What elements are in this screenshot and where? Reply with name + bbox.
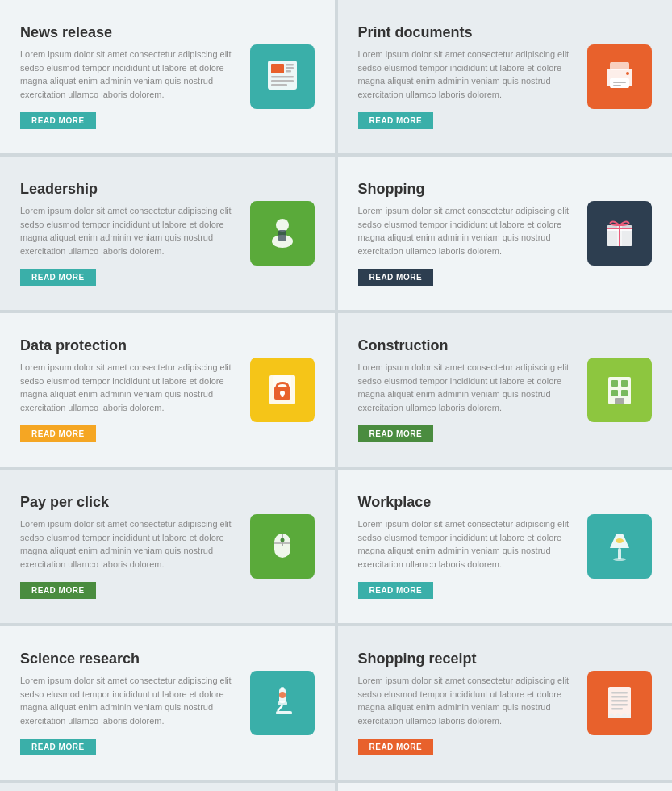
card-construction: Construction Lorem ipsum dolor sit amet … — [338, 313, 673, 467]
svg-rect-4 — [271, 84, 287, 86]
card-content-leadership: Leadership Lorem ipsum dolor sit amet co… — [20, 181, 234, 286]
svg-rect-1 — [271, 64, 284, 73]
card-print-documents: Print documents Lorem ipsum dolor sit am… — [338, 0, 673, 153]
svg-rect-13 — [613, 85, 621, 86]
card-shopping: Shopping Lorem ipsum dolor sit amet cons… — [338, 157, 673, 310]
svg-rect-51 — [611, 704, 628, 706]
card-desc-leadership: Lorem ipsum dolor sit amet consectetur a… — [20, 204, 234, 257]
svg-rect-7 — [286, 70, 291, 73]
read-more-btn-news-release[interactable]: READ MORE — [20, 112, 96, 129]
card-desc-workplace: Lorem ipsum dolor sit amet consectetur a… — [358, 517, 572, 571]
svg-rect-6 — [286, 67, 294, 69]
card-workplace: Workplace Lorem ipsum dolor sit amet con… — [338, 470, 673, 623]
gift-icon — [600, 212, 639, 254]
svg-point-11 — [626, 72, 629, 75]
card-content-pay-per-click: Pay per click Lorem ipsum dolor sit amet… — [20, 494, 234, 599]
svg-rect-5 — [286, 64, 294, 66]
receipt-icon — [600, 682, 639, 724]
card-super-discount: Super discount Lorem ipsum dolor sit ame… — [0, 783, 335, 791]
card-title-print-documents: Print documents — [358, 24, 572, 41]
svg-rect-31 — [621, 390, 628, 396]
icon-box-pay-per-click — [250, 514, 315, 579]
svg-rect-38 — [618, 548, 621, 559]
read-more-btn-print-documents[interactable]: READ MORE — [358, 112, 434, 129]
building-icon — [600, 369, 639, 411]
card-desc-data-protection: Lorem ipsum dolor sit amet consectetur a… — [20, 361, 234, 414]
card-desc-shopping: Lorem ipsum dolor sit amet consectetur a… — [358, 204, 572, 257]
card-title-data-protection: Data protection — [20, 337, 234, 354]
card-content-science-research: Science research Lorem ipsum dolor sit a… — [20, 651, 234, 755]
read-more-btn-pay-per-click[interactable]: READ MORE — [20, 582, 96, 599]
card-title-shopping-receipt: Shopping receipt — [358, 651, 572, 668]
svg-rect-49 — [611, 696, 628, 698]
svg-point-36 — [280, 538, 284, 542]
card-email-marketing: E-mail marketing Lorem ipsum dolor sit a… — [338, 783, 673, 791]
card-title-shopping: Shopping — [358, 181, 572, 198]
svg-rect-16 — [278, 230, 286, 241]
svg-point-14 — [276, 219, 289, 232]
card-news-release: News release Lorem ipsum dolor sit amet … — [0, 0, 335, 153]
svg-point-44 — [279, 692, 286, 698]
printer-icon — [600, 56, 639, 98]
svg-rect-42 — [278, 701, 287, 705]
card-desc-science-research: Lorem ipsum dolor sit amet consectetur a… — [20, 674, 234, 727]
card-title-science-research: Science research — [20, 651, 234, 668]
icon-box-news-release — [250, 44, 315, 109]
svg-point-40 — [616, 538, 624, 543]
read-more-btn-shopping[interactable]: READ MORE — [358, 269, 434, 286]
svg-rect-30 — [611, 390, 618, 396]
card-desc-shopping-receipt: Lorem ipsum dolor sit amet consectetur a… — [358, 674, 572, 727]
card-pay-per-click: Pay per click Lorem ipsum dolor sit amet… — [0, 470, 335, 623]
card-content-shopping-receipt: Shopping receipt Lorem ipsum dolor sit a… — [358, 651, 572, 755]
svg-rect-28 — [611, 380, 618, 387]
icon-box-construction — [587, 358, 652, 422]
svg-rect-3 — [271, 80, 294, 82]
card-shopping-receipt: Shopping receipt Lorem ipsum dolor sit a… — [338, 626, 673, 780]
card-title-news-release: News release — [20, 24, 234, 41]
read-more-btn-data-protection[interactable]: READ MORE — [20, 425, 96, 442]
svg-rect-52 — [611, 708, 623, 710]
card-desc-news-release: Lorem ipsum dolor sit amet consectetur a… — [20, 48, 234, 101]
card-desc-construction: Lorem ipsum dolor sit amet consectetur a… — [358, 361, 572, 414]
person-icon — [263, 212, 302, 254]
icon-box-science-research — [250, 671, 315, 735]
read-more-btn-leadership[interactable]: READ MORE — [20, 269, 96, 286]
icon-box-leadership — [250, 201, 315, 266]
icon-box-shopping — [587, 201, 652, 266]
card-content-shopping: Shopping Lorem ipsum dolor sit amet cons… — [358, 181, 572, 286]
svg-rect-29 — [621, 380, 628, 387]
read-more-btn-shopping-receipt[interactable]: READ MORE — [358, 739, 434, 755]
card-title-construction: Construction — [358, 337, 572, 354]
microscope-icon — [263, 682, 302, 724]
card-title-pay-per-click: Pay per click — [20, 494, 234, 511]
card-title-workplace: Workplace — [358, 494, 572, 511]
read-more-btn-science-research[interactable]: READ MORE — [20, 739, 96, 755]
svg-rect-46 — [281, 687, 284, 690]
card-content-print-documents: Print documents Lorem ipsum dolor sit am… — [358, 24, 572, 129]
card-science-research: Science research Lorem ipsum dolor sit a… — [0, 626, 335, 780]
card-desc-print-documents: Lorem ipsum dolor sit amet consectetur a… — [358, 48, 572, 101]
card-content-data-protection: Data protection Lorem ipsum dolor sit am… — [20, 337, 234, 442]
card-title-leadership: Leadership — [20, 181, 234, 198]
card-content-construction: Construction Lorem ipsum dolor sit amet … — [358, 337, 572, 442]
main-grid: News release Lorem ipsum dolor sit amet … — [0, 0, 672, 791]
svg-rect-26 — [281, 393, 283, 397]
lock-icon — [263, 369, 302, 411]
lamp-icon — [600, 525, 639, 567]
card-content-workplace: Workplace Lorem ipsum dolor sit amet con… — [358, 494, 572, 599]
mouse-icon — [263, 525, 302, 567]
card-data-protection: Data protection Lorem ipsum dolor sit am… — [0, 313, 335, 467]
icon-box-workplace — [587, 514, 652, 579]
card-content-news-release: News release Lorem ipsum dolor sit amet … — [20, 24, 234, 129]
icon-box-shopping-receipt — [587, 671, 652, 735]
icon-box-data-protection — [250, 358, 315, 422]
icon-box-print-documents — [587, 44, 652, 109]
card-leadership: Leadership Lorem ipsum dolor sit amet co… — [0, 157, 335, 310]
svg-rect-32 — [615, 398, 624, 404]
svg-rect-2 — [271, 76, 294, 78]
card-desc-pay-per-click: Lorem ipsum dolor sit amet consectetur a… — [20, 517, 234, 571]
svg-point-39 — [613, 558, 626, 561]
read-more-btn-construction[interactable]: READ MORE — [358, 425, 434, 442]
svg-line-45 — [278, 705, 282, 711]
read-more-btn-workplace[interactable]: READ MORE — [358, 582, 434, 599]
